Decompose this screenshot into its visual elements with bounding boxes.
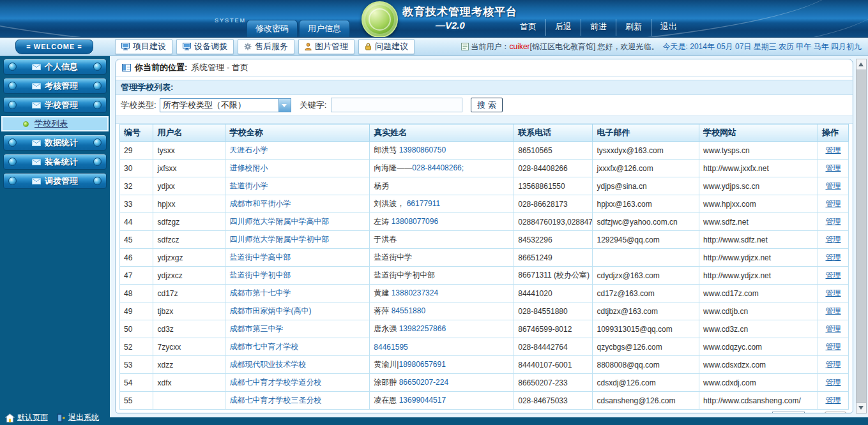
pager-link[interactable]: 【4】 (642, 413, 663, 414)
knob-icon (93, 101, 102, 109)
cell-id: 54 (120, 374, 153, 392)
cell-email: cdsansheng@126.com (593, 392, 699, 410)
manage-link[interactable]: 管理 (826, 199, 841, 208)
table-row: 44sdfzgz四川师范大学附属中学高中部左涛 1380807709602884… (120, 213, 849, 231)
pager-link[interactable]: 【2】 (588, 413, 609, 414)
header-nav-item[interactable]: 前进 (581, 19, 616, 36)
sidebar-menu-item[interactable]: 调拨管理 (3, 173, 107, 189)
header-nav-item[interactable]: 刷新 (616, 19, 651, 36)
mail-icon (32, 178, 41, 184)
cell-real-name: 蒋萍 84551880 (370, 302, 514, 320)
sidebar-menu-item[interactable]: 装备统计 (3, 154, 107, 170)
manage-link[interactable]: 管理 (826, 360, 841, 369)
cell-school-name: 成都市第十七中学 (225, 285, 370, 302)
table-row: 29tysxx天涯石小学郎洪笃 1398086075086510565tysxx… (120, 142, 849, 160)
scroll-up-icon[interactable] (857, 59, 866, 70)
column-header: 真实姓名 (370, 124, 514, 142)
knob-icon (8, 82, 17, 90)
header-nav-item[interactable]: 首页 (511, 19, 545, 36)
change-password-button[interactable]: 修改密码 (247, 20, 298, 37)
mail-icon (32, 140, 41, 146)
manage-link[interactable]: 管理 (826, 288, 841, 297)
door-icon (57, 414, 66, 422)
cell-username: 7zycxx (153, 338, 225, 356)
chevron-down-icon[interactable] (278, 99, 291, 112)
manage-link[interactable]: 管理 (826, 306, 841, 315)
scroll-down-icon[interactable] (857, 402, 866, 413)
manage-link[interactable]: 管理 (826, 378, 841, 387)
module-tab[interactable]: 图片管理 (298, 39, 354, 54)
cell-website: www.cdxdj.com (699, 374, 818, 392)
manage-link[interactable]: 管理 (826, 324, 841, 333)
pager-link[interactable]: 【3】 (615, 413, 636, 414)
mail-icon (32, 64, 41, 70)
cell-action: 管理 (818, 177, 849, 195)
pager-link[interactable]: 【后页】 (669, 413, 703, 414)
header-nav-item[interactable]: 退出 (651, 19, 686, 36)
goto-page-input[interactable] (772, 412, 805, 414)
sidebar-menu-label: 学校管理 (45, 100, 78, 111)
default-page-link[interactable]: 默认页面 (5, 412, 48, 423)
cell-id: 29 (120, 142, 153, 160)
user-info-button[interactable]: 用户信息 (299, 20, 350, 37)
pager-link[interactable]: 【首页】 (483, 413, 517, 414)
vertical-scrollbar[interactable] (856, 59, 867, 414)
cell-id: 45 (120, 231, 153, 249)
module-tab-label: 设备调拨 (194, 41, 227, 52)
table-row: 50cd3z成都市第三中学唐永强 1398225786686746599-801… (120, 320, 849, 338)
cell-id: 50 (120, 320, 153, 338)
cell-website: http://www.ydjzx.net (699, 249, 818, 267)
module-tab[interactable]: 售后服务 (238, 39, 294, 54)
manage-link[interactable]: 管理 (826, 342, 841, 351)
module-tab[interactable]: 项目建设 (115, 39, 172, 54)
manage-link[interactable]: 管理 (826, 271, 841, 280)
mail-icon (32, 83, 41, 89)
cell-action: 管理 (818, 231, 849, 249)
sidebar-subitem-label: 学校列表 (34, 118, 68, 130)
sidebar-menu-item[interactable]: 考核管理 (3, 78, 107, 94)
keyword-input[interactable] (331, 98, 462, 112)
go-button[interactable]: go (825, 412, 846, 414)
manage-link[interactable]: 管理 (826, 163, 841, 172)
cell-website: www.ydjps.sc.cn (699, 177, 818, 195)
cell-website: http://www.jxxfx.net (699, 160, 818, 177)
cell-phone: 028-84551880 (514, 302, 593, 320)
pager-current-page[interactable]: 【1】 (561, 413, 582, 414)
sidebar-menu-item[interactable]: 个人信息 (3, 59, 107, 75)
cell-phone: 86671311 (校办公室) (514, 267, 593, 285)
module-tab[interactable]: 设备调拨 (176, 39, 234, 54)
search-button[interactable]: 搜 索 (471, 98, 503, 112)
cell-id: 55 (120, 392, 153, 410)
manage-link[interactable]: 管理 (826, 181, 841, 190)
header-nav-item[interactable]: 后退 (545, 19, 581, 36)
manage-link[interactable]: 管理 (826, 145, 841, 154)
pager-link[interactable]: 【尾页】 (708, 413, 742, 414)
cell-real-name: 盐道街中学初中部 (370, 267, 514, 285)
exit-system-link[interactable]: 退出系统 (57, 412, 99, 423)
manage-link[interactable]: 管理 (826, 396, 841, 405)
knob-icon (8, 101, 17, 109)
cell-email: cdydjzx@163.com (593, 267, 699, 285)
cell-email: 8808008@qq.com (593, 356, 699, 374)
cell-real-name: 涂邵翀 86650207-224 (370, 374, 514, 392)
column-header: 用户名 (153, 124, 225, 142)
cell-username (153, 392, 225, 410)
pager-link[interactable]: 【前页】 (522, 413, 556, 414)
sidebar-subitem-school-list[interactable]: 学校列表 (1, 116, 109, 131)
cell-action: 管理 (818, 160, 849, 177)
cell-phone: 028-86628173 (514, 195, 593, 213)
module-tab[interactable]: 问题建议 (358, 39, 415, 54)
sidebar-menu-item[interactable]: 数据统计 (3, 135, 107, 151)
manage-link[interactable]: 管理 (826, 235, 841, 244)
manage-link[interactable]: 管理 (826, 217, 841, 226)
top-banner: SYSTEM 修改密码 用户信息 教育技术管理考核平台 —V2.0 首页后退前进… (0, 0, 868, 37)
cell-real-name: 向海隆——028-84408266; (370, 160, 514, 177)
school-type-select[interactable]: 所有学校类型（不限） (160, 98, 291, 112)
manage-link[interactable]: 管理 (826, 253, 841, 262)
mail-icon (32, 159, 41, 165)
cell-username: cd17z (153, 285, 225, 302)
sidebar-menu-item[interactable]: 学校管理 (3, 97, 107, 113)
table-row: 55成都七中育才学校三圣分校凌在恩 13699044517028-8467503… (120, 392, 849, 410)
cell-username: xdfx (153, 374, 225, 392)
knob-icon (93, 138, 102, 147)
